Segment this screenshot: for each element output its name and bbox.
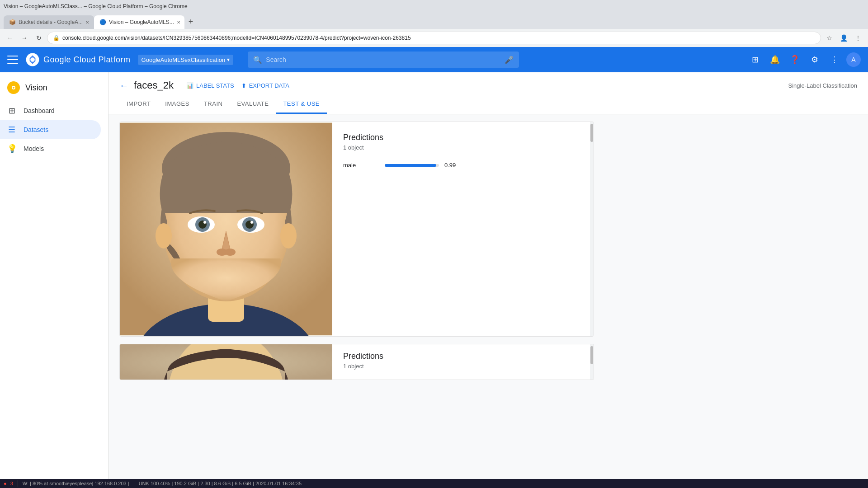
sidebar-header: Vision xyxy=(0,76,108,101)
face-image-1 xyxy=(120,122,332,336)
app-wrapper: Google Cloud Platform GoogleAutoMLSexCla… xyxy=(0,47,868,488)
sidebar-title: Vision xyxy=(25,83,47,93)
status-bar: ● 3 W: | 80% at smoothieyesplease| 192.1… xyxy=(0,479,868,488)
vision-logo-icon xyxy=(9,84,18,92)
scroll-track-1[interactable] xyxy=(590,122,594,336)
status-item-0: W: | 80% at smoothieyesplease| 192.168.0… xyxy=(23,481,129,486)
tab-label: Bucket details - GoogleA... xyxy=(19,19,83,25)
browser-title-bar: Vision – GoogleAutoMLSClass... – Google … xyxy=(0,0,868,13)
reload-button[interactable]: ↻ xyxy=(33,32,45,44)
svg-point-1 xyxy=(30,57,35,62)
svg-point-11 xyxy=(156,223,172,249)
microphone-icon[interactable]: 🎤 xyxy=(505,56,514,64)
tab-import[interactable]: IMPORT xyxy=(119,95,158,114)
export-data-button[interactable]: ⬆ EXPORT DATA xyxy=(241,80,289,91)
help-button[interactable]: ❓ xyxy=(787,52,803,68)
page-type-label: Single-Label Classification xyxy=(788,82,857,89)
project-selector[interactable]: GoogleAutoMLSexClassification ▾ xyxy=(138,55,234,65)
dataset-header: ← faces_2k 📊 LABEL STATS ⬆ EXPORT DATA S… xyxy=(108,72,868,114)
content-area: ← faces_2k 📊 LABEL STATS ⬆ EXPORT DATA S… xyxy=(108,72,868,479)
bookmark-button[interactable]: ☆ xyxy=(823,32,835,44)
gcp-logo: Google Cloud Platform xyxy=(25,52,131,67)
tab-images[interactable]: IMAGES xyxy=(158,95,197,114)
dashboard-icon: ⊞ xyxy=(7,106,16,116)
label-stats-button[interactable]: 📊 LABEL STATS xyxy=(186,80,234,91)
chevron-down-icon: ▾ xyxy=(227,56,230,63)
main-area: Vision ⊞ Dashboard ☰ Datasets 💡 Models ← xyxy=(0,72,868,479)
svg-point-4 xyxy=(13,87,14,89)
sidebar-item-label-dashboard: Dashboard xyxy=(24,107,55,114)
prediction-label-male: male xyxy=(343,162,379,169)
predictions-area: Predictions 1 object male 0.99 xyxy=(108,114,868,479)
top-nav-actions: ⊞ 🔔 ❓ ⚙ ⋮ A xyxy=(747,52,861,68)
browser-actions: ☆ 👤 ⋮ xyxy=(823,32,864,44)
export-icon: ⬆ xyxy=(241,82,246,89)
dataset-title-row: ← faces_2k 📊 LABEL STATS ⬆ EXPORT DATA S… xyxy=(119,72,857,95)
browser-tab-1[interactable]: 🔵 Vision – GoogleAutoMLS... ✕ xyxy=(94,15,184,29)
prediction-count-1: 1 object xyxy=(343,144,579,151)
prediction-results-1: Predictions 1 object male 0.99 xyxy=(332,122,590,336)
search-bar: 🔍 🎤 xyxy=(248,52,519,68)
prediction-title-2: Predictions xyxy=(343,352,579,361)
error-count: ● xyxy=(4,481,7,486)
notifications-button[interactable]: 🔔 xyxy=(767,52,783,68)
tab-favicon: 📦 xyxy=(9,19,16,25)
tab-close-0[interactable]: ✕ xyxy=(85,19,89,26)
new-tab-button[interactable]: + xyxy=(184,15,197,28)
svg-point-20 xyxy=(250,221,253,224)
back-button[interactable]: ← xyxy=(119,80,128,91)
extensions-button[interactable]: ⋮ xyxy=(852,32,864,44)
prediction-results-2: Predictions 1 object xyxy=(332,344,590,380)
status-item-1: UNK 100.40% | 190.2 GiB | 2.30 | 8.6 GiB… xyxy=(139,481,302,486)
top-nav: Google Cloud Platform GoogleAutoMLSexCla… xyxy=(0,47,868,72)
more-options-button[interactable]: ⋮ xyxy=(826,52,843,68)
avatar[interactable]: A xyxy=(846,52,861,67)
scroll-thumb-1 xyxy=(590,124,593,142)
gcp-logo-icon xyxy=(25,52,40,67)
chart-icon: 📊 xyxy=(186,82,193,89)
label-stats-label: LABEL STATS xyxy=(196,82,234,89)
prediction-image-2 xyxy=(120,344,332,380)
svg-point-22 xyxy=(225,249,236,256)
back-button[interactable]: ← xyxy=(4,32,16,44)
search-input[interactable] xyxy=(266,56,501,63)
status-divider-2 xyxy=(134,480,134,487)
sidebar: Vision ⊞ Dashboard ☰ Datasets 💡 Models xyxy=(0,72,108,479)
prediction-score: 0.99 xyxy=(444,162,458,169)
lock-icon: 🔒 xyxy=(53,35,60,41)
sidebar-item-label-models: Models xyxy=(24,145,44,152)
tab-train[interactable]: TRAIN xyxy=(197,95,230,114)
sidebar-item-dashboard[interactable]: ⊞ Dashboard xyxy=(0,101,101,120)
scroll-track-2[interactable] xyxy=(590,344,594,380)
sidebar-item-models[interactable]: 💡 Models xyxy=(0,139,101,158)
profile-button[interactable]: 👤 xyxy=(837,32,850,44)
prediction-bar-container xyxy=(385,164,439,167)
svg-point-16 xyxy=(203,221,206,224)
tab-test-use[interactable]: TEST & USE xyxy=(276,95,327,114)
forward-button[interactable]: → xyxy=(18,32,31,44)
gcp-title: Google Cloud Platform xyxy=(43,55,131,65)
browser-tab-0[interactable]: 📦 Bucket details - GoogleA... ✕ xyxy=(4,15,94,29)
menu-button[interactable] xyxy=(7,54,18,65)
tab-close-1[interactable]: ✕ xyxy=(177,19,180,26)
apps-button[interactable]: ⊞ xyxy=(747,52,763,68)
settings-button[interactable]: ⚙ xyxy=(807,52,823,68)
datasets-icon: ☰ xyxy=(7,125,16,135)
status-divider xyxy=(18,480,18,487)
prediction-card-1: Predictions 1 object male 0.99 xyxy=(119,122,594,337)
browser-title: Vision – GoogleAutoMLSClass... – Google … xyxy=(4,3,188,9)
project-name: GoogleAutoMLSexClassification xyxy=(142,56,226,63)
face-image-2 xyxy=(120,344,332,380)
prediction-bar xyxy=(385,164,436,167)
tab-favicon-1: 🔵 xyxy=(99,19,106,25)
prediction-image-1 xyxy=(120,122,332,336)
address-bar[interactable]: 🔒 console.cloud.google.com/vision/datase… xyxy=(47,32,821,44)
error-count-label: 3 xyxy=(10,481,13,486)
sidebar-item-datasets[interactable]: ☰ Datasets xyxy=(0,120,101,139)
models-icon: 💡 xyxy=(7,144,16,154)
dataset-name: faces_2k xyxy=(134,80,174,91)
tab-evaluate[interactable]: EVALUATE xyxy=(230,95,276,114)
scroll-thumb-2 xyxy=(590,346,593,364)
prediction-row-1: male 0.99 xyxy=(343,162,579,169)
address-url: console.cloud.google.com/vision/datasets… xyxy=(62,35,815,41)
